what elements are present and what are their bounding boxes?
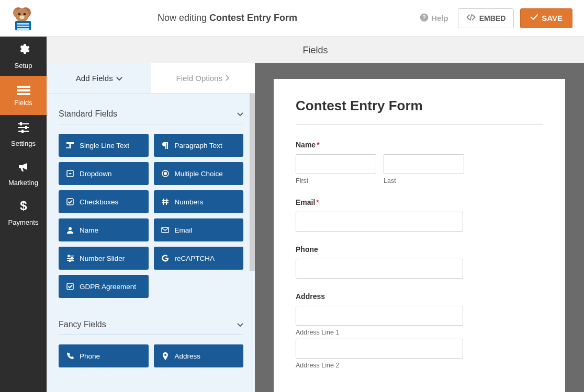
svg-rect-30 — [67, 199, 73, 205]
svg-line-13 — [470, 15, 471, 20]
field-btn-label: Name — [80, 226, 98, 234]
label-text: Name — [296, 141, 316, 149]
scrollbar[interactable] — [250, 94, 255, 271]
sidebar-item-payments[interactable]: $ Payments — [0, 193, 47, 233]
sidebar-label: Marketing — [8, 179, 38, 187]
field-label: Name* — [296, 141, 543, 149]
sliders-icon — [17, 122, 30, 136]
dollar-icon: $ — [20, 200, 27, 215]
fields-panel: Add Fields Field Options — [47, 63, 255, 392]
field-btn-gdpr-agreement[interactable]: GDPR Agreement — [59, 275, 149, 298]
field-btn-label: Paragraph Text — [175, 142, 222, 149]
required-asterisk: * — [316, 198, 319, 206]
svg-point-3 — [18, 13, 21, 15]
code-icon — [466, 14, 476, 22]
required-asterisk: * — [317, 141, 319, 149]
sublabel-first: First — [296, 177, 376, 185]
sidebar-item-setup[interactable]: Setup — [0, 37, 47, 76]
field-btn-label: Single Line Text — [80, 142, 129, 149]
chevron-down-icon — [237, 320, 243, 329]
field-btn-label: GDPR Agreement — [80, 283, 136, 291]
save-button[interactable]: SAVE — [520, 8, 572, 28]
embed-button[interactable]: EMBED — [458, 8, 514, 28]
google-icon — [161, 255, 170, 262]
tab-field-options[interactable]: Field Options — [151, 63, 255, 93]
sublabel-last: Last — [384, 177, 464, 185]
name-last-input[interactable] — [384, 154, 464, 174]
svg-rect-8 — [17, 23, 29, 25]
tab-add-fields[interactable]: Add Fields — [47, 63, 151, 93]
svg-rect-36 — [162, 227, 169, 233]
sidebar-item-settings[interactable]: Settings — [0, 115, 47, 154]
sidebar-label: Settings — [11, 140, 36, 147]
radio-icon — [161, 170, 170, 177]
pin-icon — [161, 352, 170, 360]
caretdown-icon — [66, 170, 74, 177]
phone-input[interactable] — [296, 259, 463, 279]
field-btn-phone[interactable]: Phone — [59, 344, 149, 367]
field-address[interactable]: Address Address Line 1 Address Line 2 — [296, 292, 543, 369]
chevron-right-icon — [226, 74, 230, 83]
label-text: Email — [296, 198, 315, 206]
field-name[interactable]: Name* First Last — [296, 141, 543, 185]
svg-rect-14 — [17, 86, 30, 88]
form-divider — [296, 124, 543, 125]
svg-rect-26 — [66, 147, 69, 148]
hash-icon — [161, 198, 170, 205]
fancy-fields-header[interactable]: Fancy Fields — [59, 314, 243, 335]
field-btn-address[interactable]: Address — [154, 344, 244, 367]
chevron-down-icon — [116, 74, 122, 83]
field-btn-checkboxes[interactable]: Checkboxes — [59, 190, 149, 213]
sidebar-item-fields[interactable]: Fields — [0, 76, 47, 115]
field-btn-name[interactable]: Name — [59, 218, 149, 241]
svg-rect-43 — [67, 283, 73, 290]
svg-rect-25 — [70, 142, 71, 148]
svg-point-35 — [69, 227, 72, 230]
field-btn-label: Email — [175, 226, 193, 234]
svg-text:?: ? — [422, 14, 425, 20]
svg-rect-10 — [17, 28, 29, 30]
svg-rect-20 — [20, 122, 22, 125]
section-title: Fancy Fields — [59, 320, 106, 329]
field-btn-dropdown[interactable]: Dropdown — [59, 162, 149, 185]
sidebar-label: Payments — [8, 218, 39, 226]
sidebar-label: Fields — [14, 99, 32, 107]
field-phone[interactable]: Phone — [296, 245, 543, 279]
list-icon — [17, 84, 30, 96]
user-icon — [66, 226, 74, 234]
field-btn-label: Phone — [80, 352, 100, 360]
field-btn-label: Numbers — [175, 198, 204, 206]
sidebar-item-marketing[interactable]: Marketing — [0, 154, 47, 193]
field-email[interactable]: Email* — [296, 198, 543, 232]
field-btn-label: Number Slider — [80, 255, 125, 262]
form-title: Contest Entry Form — [296, 98, 543, 114]
email-input[interactable] — [296, 212, 463, 232]
svg-rect-42 — [69, 260, 71, 262]
svg-rect-40 — [68, 255, 70, 258]
help-link[interactable]: ? Help — [420, 13, 448, 24]
field-btn-label: reCAPTCHA — [175, 255, 215, 262]
svg-line-31 — [163, 199, 164, 205]
address-line1-input[interactable] — [296, 306, 463, 326]
preview-wrapper: Contest Entry Form Name* First — [255, 63, 584, 392]
name-first-input[interactable] — [296, 154, 376, 174]
field-btn-email[interactable]: Email — [154, 218, 244, 241]
address-line2-input[interactable] — [296, 339, 463, 359]
field-btn-recaptcha[interactable]: reCAPTCHA — [154, 247, 244, 270]
field-btn-paragraph-text[interactable]: Paragraph Text — [154, 134, 244, 157]
tab-label: Field Options — [176, 74, 222, 83]
header: Now editing Contest Entry Form ? Help EM… — [0, 0, 584, 37]
paragraph-icon — [161, 142, 170, 149]
field-btn-label: Address — [175, 352, 201, 360]
logo[interactable] — [9, 5, 35, 31]
standard-fields-header[interactable]: Standard Fields — [59, 103, 243, 124]
help-icon: ? — [420, 13, 429, 24]
field-btn-label: Dropdown — [80, 170, 112, 178]
field-btn-number-slider[interactable]: Number Slider — [59, 247, 149, 270]
field-btn-numbers[interactable]: Numbers — [154, 190, 244, 213]
embed-label: EMBED — [479, 14, 506, 22]
field-btn-multiple-choice[interactable]: Multiple Choice — [154, 162, 244, 185]
svg-rect-9 — [17, 26, 29, 27]
field-btn-single-line-text[interactable]: Single Line Text — [59, 134, 149, 157]
sliders-icon — [66, 255, 74, 262]
